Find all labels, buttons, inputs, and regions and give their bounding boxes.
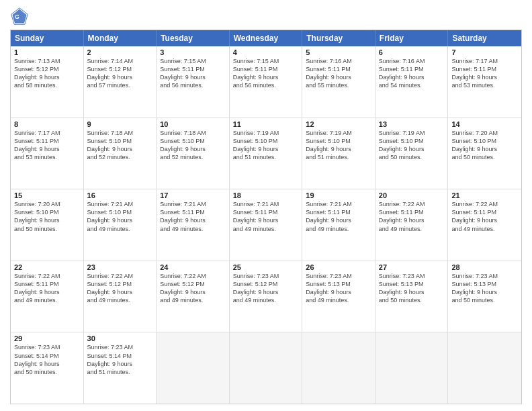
day-number: 3 bbox=[160, 48, 226, 56]
cal-header-day: Friday bbox=[375, 30, 449, 46]
cal-header-day: Monday bbox=[84, 30, 157, 46]
cal-cell-day: 15Sunrise: 7:20 AMSunset: 5:10 PMDayligh… bbox=[11, 189, 84, 261]
day-info: Sunrise: 7:21 AMSunset: 5:11 PMDaylight:… bbox=[306, 200, 371, 233]
cal-cell-day: 6Sunrise: 7:16 AMSunset: 5:11 PMDaylight… bbox=[375, 46, 449, 118]
day-info: Sunrise: 7:17 AMSunset: 5:11 PMDaylight:… bbox=[451, 57, 518, 90]
day-number: 20 bbox=[379, 191, 445, 199]
day-info: Sunrise: 7:22 AMSunset: 5:12 PMDaylight:… bbox=[87, 272, 153, 305]
cal-cell-day: 16Sunrise: 7:21 AMSunset: 5:10 PMDayligh… bbox=[84, 189, 157, 261]
cal-row: 22Sunrise: 7:22 AMSunset: 5:11 PMDayligh… bbox=[11, 261, 521, 332]
cal-cell-day: 20Sunrise: 7:22 AMSunset: 5:11 PMDayligh… bbox=[375, 189, 449, 261]
cal-cell-day: 28Sunrise: 7:23 AMSunset: 5:13 PMDayligh… bbox=[448, 261, 521, 332]
cal-header-day: Wednesday bbox=[230, 30, 303, 46]
cal-cell-day: 18Sunrise: 7:21 AMSunset: 5:11 PMDayligh… bbox=[230, 189, 303, 261]
logo-icon: G bbox=[10, 7, 29, 26]
day-info: Sunrise: 7:16 AMSunset: 5:11 PMDaylight:… bbox=[306, 57, 371, 90]
day-info: Sunrise: 7:19 AMSunset: 5:10 PMDaylight:… bbox=[379, 129, 445, 162]
cal-cell-day: 24Sunrise: 7:22 AMSunset: 5:12 PMDayligh… bbox=[157, 261, 230, 332]
day-number: 5 bbox=[306, 48, 371, 56]
day-info: Sunrise: 7:21 AMSunset: 5:11 PMDaylight:… bbox=[233, 200, 299, 233]
day-number: 9 bbox=[87, 120, 153, 128]
day-number: 6 bbox=[379, 48, 445, 56]
cal-cell-day: 19Sunrise: 7:21 AMSunset: 5:11 PMDayligh… bbox=[302, 189, 375, 261]
cal-cell-day: 2Sunrise: 7:14 AMSunset: 5:12 PMDaylight… bbox=[84, 46, 157, 118]
cal-header-day: Thursday bbox=[302, 30, 375, 46]
day-info: Sunrise: 7:20 AMSunset: 5:10 PMDaylight:… bbox=[14, 200, 80, 233]
day-info: Sunrise: 7:19 AMSunset: 5:10 PMDaylight:… bbox=[233, 129, 299, 162]
day-info: Sunrise: 7:23 AMSunset: 5:12 PMDaylight:… bbox=[233, 272, 299, 305]
cal-cell-day: 4Sunrise: 7:15 AMSunset: 5:11 PMDaylight… bbox=[230, 46, 303, 118]
day-number: 15 bbox=[14, 191, 80, 199]
day-number: 19 bbox=[306, 191, 371, 199]
cal-cell-day: 22Sunrise: 7:22 AMSunset: 5:11 PMDayligh… bbox=[11, 261, 84, 332]
day-info: Sunrise: 7:21 AMSunset: 5:10 PMDaylight:… bbox=[87, 200, 153, 233]
day-number: 12 bbox=[306, 120, 371, 128]
cal-cell-day: 25Sunrise: 7:23 AMSunset: 5:12 PMDayligh… bbox=[230, 261, 303, 332]
cal-cell-day: 14Sunrise: 7:20 AMSunset: 5:10 PMDayligh… bbox=[448, 118, 521, 189]
day-number: 13 bbox=[379, 120, 445, 128]
day-number: 18 bbox=[233, 191, 299, 199]
cal-cell-day: 12Sunrise: 7:19 AMSunset: 5:10 PMDayligh… bbox=[302, 118, 375, 189]
day-number: 10 bbox=[160, 120, 226, 128]
day-info: Sunrise: 7:19 AMSunset: 5:10 PMDaylight:… bbox=[306, 129, 371, 162]
day-number: 29 bbox=[14, 334, 80, 342]
day-info: Sunrise: 7:15 AMSunset: 5:11 PMDaylight:… bbox=[160, 57, 226, 90]
day-info: Sunrise: 7:23 AMSunset: 5:13 PMDaylight:… bbox=[451, 272, 518, 305]
day-number: 7 bbox=[451, 48, 518, 56]
day-number: 8 bbox=[14, 120, 80, 128]
day-number: 27 bbox=[379, 263, 445, 271]
day-info: Sunrise: 7:14 AMSunset: 5:12 PMDaylight:… bbox=[87, 57, 153, 90]
page: G SundayMondayTuesdayWednesdayThursdayFr… bbox=[0, 0, 532, 411]
calendar-header: SundayMondayTuesdayWednesdayThursdayFrid… bbox=[11, 30, 521, 46]
cal-cell-day: 10Sunrise: 7:18 AMSunset: 5:10 PMDayligh… bbox=[157, 118, 230, 189]
day-number: 4 bbox=[233, 48, 299, 56]
day-info: Sunrise: 7:23 AMSunset: 5:13 PMDaylight:… bbox=[379, 272, 445, 305]
day-number: 24 bbox=[160, 263, 226, 271]
day-info: Sunrise: 7:18 AMSunset: 5:10 PMDaylight:… bbox=[160, 129, 226, 162]
cal-cell-empty bbox=[448, 332, 521, 404]
cal-cell-empty bbox=[302, 332, 375, 404]
day-info: Sunrise: 7:22 AMSunset: 5:11 PMDaylight:… bbox=[379, 200, 445, 233]
day-number: 17 bbox=[160, 191, 226, 199]
cal-row: 8Sunrise: 7:17 AMSunset: 5:11 PMDaylight… bbox=[11, 118, 521, 189]
cal-cell-day: 27Sunrise: 7:23 AMSunset: 5:13 PMDayligh… bbox=[375, 261, 449, 332]
cal-cell-day: 26Sunrise: 7:23 AMSunset: 5:13 PMDayligh… bbox=[302, 261, 375, 332]
day-number: 28 bbox=[451, 263, 518, 271]
cal-cell-day: 5Sunrise: 7:16 AMSunset: 5:11 PMDaylight… bbox=[302, 46, 375, 118]
day-info: Sunrise: 7:18 AMSunset: 5:10 PMDaylight:… bbox=[87, 129, 153, 162]
day-number: 21 bbox=[451, 191, 518, 199]
day-info: Sunrise: 7:23 AMSunset: 5:14 PMDaylight:… bbox=[14, 343, 80, 376]
cal-cell-empty bbox=[157, 332, 230, 404]
day-number: 25 bbox=[233, 263, 299, 271]
day-number: 30 bbox=[87, 334, 153, 342]
cal-cell-day: 7Sunrise: 7:17 AMSunset: 5:11 PMDaylight… bbox=[448, 46, 521, 118]
cal-cell-day: 30Sunrise: 7:23 AMSunset: 5:14 PMDayligh… bbox=[84, 332, 157, 404]
day-number: 26 bbox=[306, 263, 371, 271]
day-info: Sunrise: 7:13 AMSunset: 5:12 PMDaylight:… bbox=[14, 57, 80, 90]
cal-row: 15Sunrise: 7:20 AMSunset: 5:10 PMDayligh… bbox=[11, 189, 521, 261]
day-info: Sunrise: 7:22 AMSunset: 5:11 PMDaylight:… bbox=[451, 200, 518, 233]
day-number: 1 bbox=[14, 48, 80, 56]
calendar-body: 1Sunrise: 7:13 AMSunset: 5:12 PMDaylight… bbox=[11, 46, 521, 404]
cal-cell-empty bbox=[230, 332, 303, 404]
cal-cell-day: 21Sunrise: 7:22 AMSunset: 5:11 PMDayligh… bbox=[448, 189, 521, 261]
cal-cell-day: 23Sunrise: 7:22 AMSunset: 5:12 PMDayligh… bbox=[84, 261, 157, 332]
day-info: Sunrise: 7:23 AMSunset: 5:13 PMDaylight:… bbox=[306, 272, 371, 305]
cal-cell-day: 8Sunrise: 7:17 AMSunset: 5:11 PMDaylight… bbox=[11, 118, 84, 189]
cal-row: 29Sunrise: 7:23 AMSunset: 5:14 PMDayligh… bbox=[11, 332, 521, 404]
day-number: 11 bbox=[233, 120, 299, 128]
svg-text:G: G bbox=[15, 13, 19, 20]
cal-cell-day: 3Sunrise: 7:15 AMSunset: 5:11 PMDaylight… bbox=[157, 46, 230, 118]
day-info: Sunrise: 7:16 AMSunset: 5:11 PMDaylight:… bbox=[379, 57, 445, 90]
day-info: Sunrise: 7:21 AMSunset: 5:11 PMDaylight:… bbox=[160, 200, 226, 233]
cal-header-day: Sunday bbox=[11, 30, 84, 46]
logo: G bbox=[10, 7, 32, 26]
calendar: SundayMondayTuesdayWednesdayThursdayFrid… bbox=[10, 30, 522, 404]
cal-cell-day: 13Sunrise: 7:19 AMSunset: 5:10 PMDayligh… bbox=[375, 118, 449, 189]
cal-row: 1Sunrise: 7:13 AMSunset: 5:12 PMDaylight… bbox=[11, 46, 521, 118]
day-info: Sunrise: 7:22 AMSunset: 5:12 PMDaylight:… bbox=[160, 272, 226, 305]
day-info: Sunrise: 7:17 AMSunset: 5:11 PMDaylight:… bbox=[14, 129, 80, 162]
cal-cell-day: 1Sunrise: 7:13 AMSunset: 5:12 PMDaylight… bbox=[11, 46, 84, 118]
day-info: Sunrise: 7:22 AMSunset: 5:11 PMDaylight:… bbox=[14, 272, 80, 305]
cal-header-day: Tuesday bbox=[157, 30, 230, 46]
